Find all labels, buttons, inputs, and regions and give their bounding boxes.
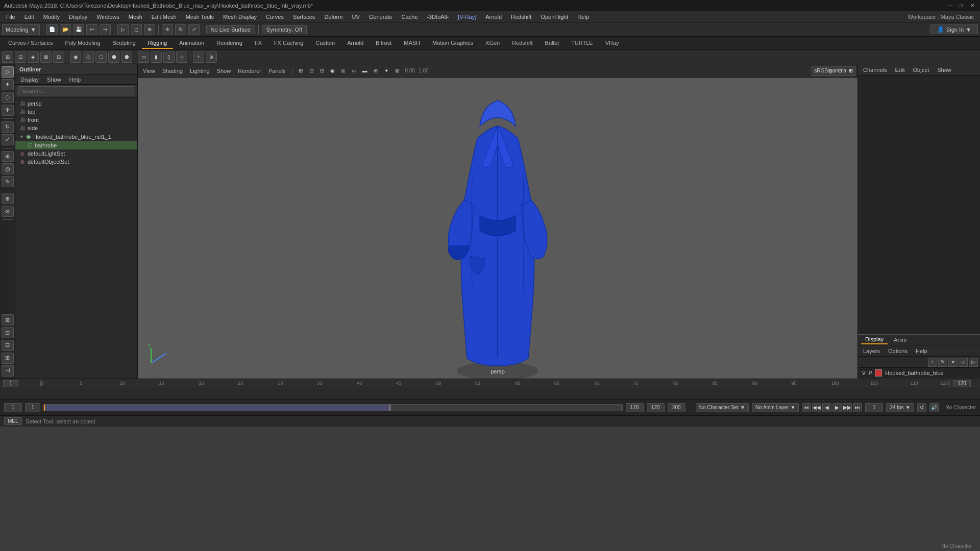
vp-icon-6[interactable]: ▭: [350, 66, 359, 76]
menu-cache[interactable]: Cache: [398, 13, 422, 21]
menu-uv[interactable]: UV: [348, 13, 363, 21]
tab-redshift[interactable]: Redshift: [506, 38, 538, 49]
paint-select-button[interactable]: ⊕: [144, 24, 155, 35]
layer-next-button[interactable]: ▷: [969, 358, 978, 367]
total-frames-input[interactable]: [668, 403, 685, 412]
lasso-tool[interactable]: ◌: [2, 92, 14, 103]
soft-select-tool[interactable]: ◎: [2, 163, 14, 174]
rotate-tool-button[interactable]: ↻: [175, 24, 186, 35]
tool7[interactable]: ◎: [83, 52, 94, 63]
outliner-item-lightset[interactable]: ◎ defaultLightSet: [15, 149, 137, 158]
no-anim-layer-dropdown[interactable]: No Anim Layer ▼: [752, 403, 799, 412]
window-controls[interactable]: — □ ✕: [946, 2, 976, 9]
paint-tool[interactable]: ✎: [2, 176, 14, 187]
go-start-button[interactable]: ⏮: [802, 403, 811, 412]
tool4[interactable]: ⊠: [40, 52, 52, 63]
move-tool-button[interactable]: ✛: [162, 24, 173, 35]
no-live-surface-button[interactable]: No Live Surface: [206, 25, 255, 34]
tab-motion-graphics[interactable]: Motion Graphics: [426, 38, 479, 49]
audio-button[interactable]: 🔊: [929, 403, 939, 412]
mode-dropdown[interactable]: Modeling ▼: [2, 24, 40, 35]
sign-in-button[interactable]: 👤 Sign In ▼: [930, 24, 978, 34]
tool13[interactable]: ▯: [163, 52, 175, 63]
vp-icon-8[interactable]: ⊕: [371, 66, 380, 76]
minimize-button[interactable]: —: [946, 2, 953, 9]
tool6[interactable]: ◉: [70, 52, 81, 63]
layer-edit-button[interactable]: ✎: [938, 358, 947, 367]
vp-show[interactable]: Show: [214, 67, 234, 75]
tab-bullet[interactable]: Bullet: [539, 38, 566, 49]
end-frame-input[interactable]: [953, 380, 971, 387]
tool14[interactable]: ⊹: [176, 52, 187, 63]
menu-edit[interactable]: Edit: [20, 13, 38, 21]
vp-corner-1[interactable]: ⊞: [825, 66, 834, 76]
channels-edit[interactable]: Edit: [893, 66, 906, 74]
render-icon-tool[interactable]: ⊠: [2, 314, 14, 325]
select-tool[interactable]: ▷: [2, 66, 14, 78]
vp-corner-2[interactable]: ⊡: [836, 66, 845, 76]
vp-corner-3[interactable]: ⊟: [846, 66, 855, 76]
current-frame-input[interactable]: [4, 403, 22, 412]
save-file-button[interactable]: 💾: [73, 24, 84, 35]
tab-mash[interactable]: MASH: [398, 38, 426, 49]
tab-sculpting[interactable]: Sculpting: [107, 38, 142, 49]
menu-help[interactable]: Help: [573, 13, 593, 21]
layer-color-swatch[interactable]: [875, 369, 882, 377]
tab-rigging[interactable]: Rigging: [142, 38, 173, 49]
frame-indicator-input[interactable]: [865, 403, 883, 412]
vp-renderer[interactable]: Renderer: [235, 67, 264, 75]
tab-animation[interactable]: Animation: [173, 38, 210, 49]
tool11[interactable]: ▭: [138, 52, 149, 63]
open-file-button[interactable]: 📂: [60, 24, 71, 35]
outliner-item-group[interactable]: ▼ ◉ Hooked_bathrobe_blue_ncl1_1: [15, 132, 137, 141]
layers-tab[interactable]: Layers: [861, 347, 882, 355]
outliner-item-persp[interactable]: 🎥 persp: [15, 99, 137, 108]
tool3[interactable]: ◈: [28, 52, 39, 63]
restore-button[interactable]: □: [958, 2, 965, 9]
tab-custom[interactable]: Custom: [309, 38, 341, 49]
outliner-search-input[interactable]: [18, 86, 134, 95]
menu-3dtoall[interactable]: -3DtoAll-: [423, 13, 453, 21]
tab-arnold[interactable]: Arnold: [341, 38, 370, 49]
menu-vray[interactable]: [V-Ray]: [454, 13, 480, 21]
tab-turtle[interactable]: TURTLE: [565, 38, 599, 49]
step-back-button[interactable]: ◀◀: [812, 403, 821, 412]
paint-select-tool[interactable]: ✦: [2, 79, 14, 90]
outliner-item-top[interactable]: 🎥 top: [15, 108, 137, 116]
menu-mesh-display[interactable]: Mesh Display: [219, 13, 261, 21]
tool12[interactable]: ▮: [151, 52, 162, 63]
menu-generate[interactable]: Generate: [365, 13, 397, 21]
tool10[interactable]: ⬣: [121, 52, 132, 63]
vp-icon-9[interactable]: ✦: [382, 66, 391, 76]
vp-icon-4[interactable]: ◉: [328, 66, 337, 76]
tool-bottom4[interactable]: ⊣: [2, 365, 14, 377]
go-end-button[interactable]: ⏭: [853, 403, 862, 412]
anim-tab[interactable]: Anim: [890, 336, 911, 344]
mel-indicator[interactable]: MEL: [4, 417, 22, 425]
vp-icon-10[interactable]: ⊠: [393, 66, 402, 76]
vp-lighting[interactable]: Lighting: [187, 67, 213, 75]
menu-redshift[interactable]: Redshift: [507, 13, 535, 21]
channels-show[interactable]: Show: [935, 66, 953, 74]
menu-mesh-tools[interactable]: Mesh Tools: [182, 13, 218, 21]
range-end-input[interactable]: [626, 403, 644, 412]
menu-windows[interactable]: Windows: [92, 13, 124, 21]
symmetry-button[interactable]: Symmetry: Off: [262, 25, 307, 34]
tab-curves-surfaces[interactable]: Curves / Surfaces: [2, 38, 59, 49]
tool8[interactable]: ⬡: [95, 52, 107, 63]
channels-tab[interactable]: Channels: [861, 66, 889, 74]
vp-icon-3[interactable]: ⊟: [317, 66, 327, 76]
tab-bifrost[interactable]: Bifrost: [370, 38, 398, 49]
tool-bottom2[interactable]: ⊟: [2, 340, 14, 351]
play-back-button[interactable]: ◀: [822, 403, 831, 412]
options-tab[interactable]: Options: [886, 347, 910, 355]
close-button[interactable]: ✕: [969, 2, 976, 9]
fps-dropdown[interactable]: 24 fps ▼: [886, 403, 914, 412]
loop-button[interactable]: ↺: [917, 403, 926, 412]
tab-xgen[interactable]: XGen: [479, 38, 506, 49]
time-ruler[interactable]: 0 5 10 15 20 25 30 35 40 45 50 55 60 65 …: [0, 379, 980, 388]
tab-fx[interactable]: FX: [249, 38, 268, 49]
display-tab[interactable]: Display: [861, 335, 888, 344]
undo-button[interactable]: ↩: [86, 24, 97, 35]
menu-openflight[interactable]: OpenFlight: [536, 13, 572, 21]
